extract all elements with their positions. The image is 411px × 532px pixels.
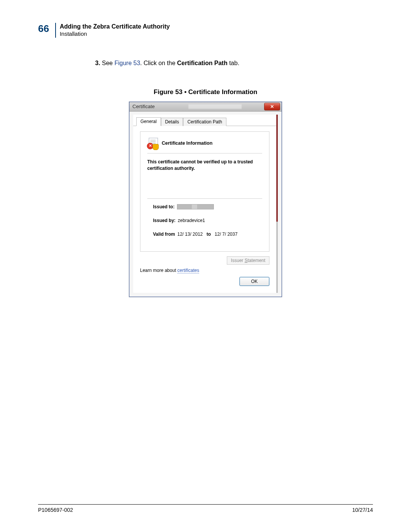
learn-more-link[interactable]: certificates <box>177 268 199 273</box>
figure-caption: Figure 53 • Certificate Information <box>38 88 373 96</box>
tab-certification-path[interactable]: Certification Path <box>183 118 226 126</box>
issuer-button-prefix: Issuer <box>231 258 245 263</box>
issuer-statement-button: Issuer Statement <box>227 256 269 265</box>
step-number: 3. <box>95 60 100 66</box>
section-title: Adding the Zebra Certificate Authority <box>60 23 170 30</box>
valid-to-value: 12/ 7/ 2037 <box>215 232 237 237</box>
dialog-right-edge <box>276 115 278 293</box>
certificate-heading-row: ✕ Certificate Information <box>147 138 262 153</box>
issued-by-label: Issued by: <box>153 218 175 223</box>
valid-to-label: to <box>207 232 211 237</box>
instruction-step: 3. See Figure 53. Click on the Certifica… <box>95 59 373 67</box>
step-bold-target: Certification Path <box>177 60 227 66</box>
certificate-error-icon: ✕ <box>147 138 158 149</box>
step-text-prefix: See <box>102 60 115 66</box>
footer-date: 10/27/14 <box>352 507 373 513</box>
certificate-info-frame: ✕ Certificate Information This certifica… <box>140 131 269 252</box>
close-icon: ✕ <box>270 104 274 109</box>
issuer-button-suffix: tatement <box>248 258 266 263</box>
header-text-block: Adding the Zebra Certificate Authority I… <box>55 23 170 38</box>
issued-to-value-redacted <box>177 204 214 209</box>
tab-content-general: ✕ Certificate Information This certifica… <box>133 126 276 293</box>
tab-details[interactable]: Details <box>161 118 183 126</box>
certificate-fields: Issued to: Issued by: zebradevice1 Valid… <box>147 199 262 237</box>
dialog-button-bar: OK <box>140 273 269 288</box>
document-page: 66 Adding the Zebra Certificate Authorit… <box>0 0 411 532</box>
dialog-title: Certificate <box>132 104 155 109</box>
tab-general[interactable]: General <box>136 117 161 126</box>
figure-cross-reference[interactable]: Figure 53 <box>115 60 140 66</box>
close-button[interactable]: ✕ <box>264 103 280 110</box>
issued-by-row: Issued by: zebradevice1 <box>153 218 262 223</box>
page-header: 66 Adding the Zebra Certificate Authorit… <box>38 23 373 38</box>
certificate-heading: Certificate Information <box>162 141 212 146</box>
dialog-body: General Details Certification Path ✕ Cer… <box>129 112 282 297</box>
step-text-mid: . Click on the <box>140 60 177 66</box>
titlebar-blurred-area <box>188 104 242 109</box>
page-footer: P1065697-002 10/27/14 <box>38 504 373 513</box>
tab-bar: General Details Certification Path <box>133 115 276 126</box>
issued-to-label: Issued to: <box>153 204 175 209</box>
dialog-inner: General Details Certification Path ✕ Cer… <box>133 115 276 293</box>
step-text-suffix: tab. <box>228 60 239 66</box>
valid-from-value: 12/ 13/ 2012 <box>177 232 203 237</box>
issued-to-row: Issued to: <box>153 204 262 209</box>
issuer-button-underline: S <box>245 258 248 263</box>
dialog-titlebar[interactable]: Certificate ✕ <box>129 102 282 112</box>
certificate-warning-text: This certificate cannot be verified up t… <box>147 159 262 199</box>
valid-from-row: Valid from 12/ 13/ 2012 to 12/ 7/ 2037 <box>153 232 262 237</box>
valid-from-label: Valid from <box>153 232 175 237</box>
ok-button[interactable]: OK <box>239 277 269 286</box>
document-id: P1065697-002 <box>38 507 73 513</box>
issued-by-value: zebradevice1 <box>178 218 205 223</box>
page-number: 66 <box>38 23 51 35</box>
learn-more-line: Learn more about certificates <box>140 268 269 273</box>
certificate-dialog: Certificate ✕ General Details Certificat… <box>129 102 282 297</box>
section-subtitle: Installation <box>60 30 170 38</box>
learn-more-prefix: Learn more about <box>140 268 177 273</box>
